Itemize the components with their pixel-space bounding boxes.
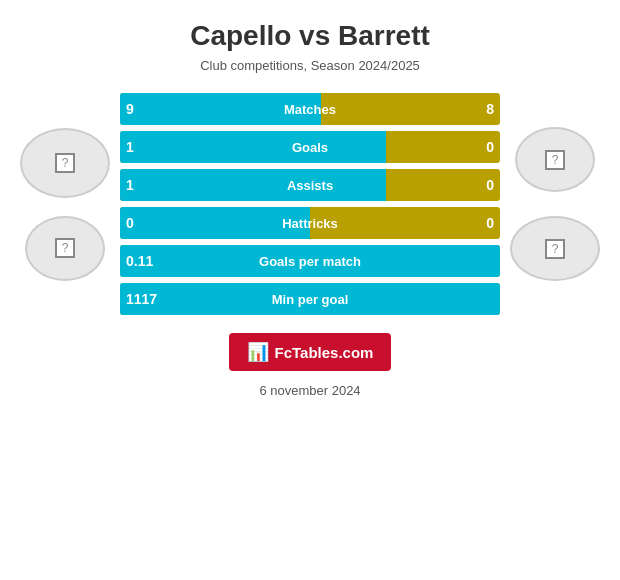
stat-left-val: 0.11 [126, 253, 153, 269]
stat-right-val: 8 [486, 101, 494, 117]
logo-box: 📊 FcTables.com [229, 333, 392, 371]
stat-left-val: 1 [126, 139, 134, 155]
right-avatar-placeholder-bottom: ? [545, 239, 565, 259]
stat-label: Goals per match [259, 254, 361, 269]
stat-label: Goals [292, 140, 328, 155]
stat-label: Hattricks [282, 216, 338, 231]
stat-row: 1Assists0 [120, 169, 500, 201]
stat-right-val: 0 [486, 177, 494, 193]
logo-icon: 📊 [247, 341, 269, 363]
left-avatar-placeholder-top: ? [55, 153, 75, 173]
stats-area: 9Matches81Goals01Assists00Hattricks00.11… [120, 93, 500, 315]
stat-label: Matches [284, 102, 336, 117]
stat-left-val: 9 [126, 101, 134, 117]
stat-bar-bg: 9Matches8 [120, 93, 500, 125]
page-title: Capello vs Barrett [190, 20, 430, 52]
stat-row: 1Goals0 [120, 131, 500, 163]
logo-area: 📊 FcTables.com [229, 333, 392, 371]
left-avatar-top: ? [20, 128, 110, 198]
left-avatar-placeholder-bottom: ? [55, 238, 75, 258]
stat-bar-bg: 0Hattricks0 [120, 207, 500, 239]
stat-left-val: 1 [126, 177, 134, 193]
stat-row: 0.11Goals per match [120, 245, 500, 277]
stat-right-val: 0 [486, 139, 494, 155]
logo-text: FcTables.com [275, 344, 374, 361]
stat-label: Assists [287, 178, 333, 193]
right-avatar-top: ? [515, 127, 595, 192]
stat-bar-bg: 1Assists0 [120, 169, 500, 201]
page-subtitle: Club competitions, Season 2024/2025 [200, 58, 420, 73]
stat-right-val: 0 [486, 215, 494, 231]
stat-bar-bg: 1117Min per goal [120, 283, 500, 315]
stat-label: Min per goal [272, 292, 349, 307]
right-avatar-placeholder-top: ? [545, 150, 565, 170]
main-content: ? ? 9Matches81Goals01Assists00Hattricks0… [10, 93, 610, 315]
right-avatar-bottom: ? [510, 216, 600, 281]
stat-row: 9Matches8 [120, 93, 500, 125]
left-avatar-area: ? ? [10, 128, 120, 281]
stat-bar-bg: 0.11Goals per match [120, 245, 500, 277]
date-text: 6 november 2024 [259, 383, 360, 398]
page-wrapper: Capello vs Barrett Club competitions, Se… [0, 0, 620, 580]
stat-row: 0Hattricks0 [120, 207, 500, 239]
stat-bar-bg: 1Goals0 [120, 131, 500, 163]
left-avatar-bottom: ? [25, 216, 105, 281]
stat-row: 1117Min per goal [120, 283, 500, 315]
stat-left-val: 1117 [126, 291, 157, 307]
right-avatar-area: ? ? [500, 127, 610, 281]
stat-left-val: 0 [126, 215, 134, 231]
